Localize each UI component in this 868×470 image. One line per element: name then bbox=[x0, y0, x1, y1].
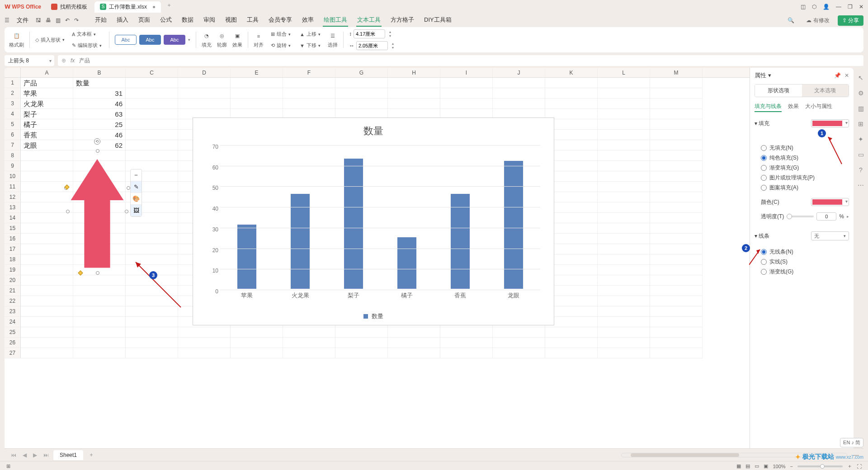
cell-L17[interactable] bbox=[598, 244, 650, 254]
cell-E1[interactable] bbox=[231, 78, 283, 88]
cell-L23[interactable] bbox=[598, 306, 650, 317]
cell-L26[interactable] bbox=[598, 338, 650, 348]
book-icon[interactable]: ▭ bbox=[856, 151, 865, 160]
cell-G25[interactable] bbox=[335, 327, 388, 338]
menu-公式[interactable]: 公式 bbox=[159, 14, 173, 27]
bar-橘子[interactable] bbox=[397, 237, 416, 289]
row-header-16[interactable]: 16 bbox=[5, 234, 21, 244]
col-header-J[interactable]: J bbox=[493, 68, 545, 77]
bar-chart[interactable]: 数量 010203040506070 苹果火龙果梨子橘子香蕉龙眼 数量 bbox=[193, 118, 554, 325]
new-tab-button[interactable]: ＋ bbox=[163, 1, 175, 13]
cloud-status[interactable]: ☁ 有修改 bbox=[802, 15, 834, 26]
formula-input[interactable]: ⊕ fx 产品 bbox=[58, 55, 863, 66]
cell-J2[interactable] bbox=[493, 88, 545, 99]
fill-option-4[interactable]: 图案填充(A) bbox=[761, 184, 849, 192]
col-header-K[interactable]: K bbox=[545, 68, 598, 77]
shape-styles[interactable]: Abc Abc Abc ▾ bbox=[115, 35, 190, 45]
status-icon[interactable]: ⊞ bbox=[6, 463, 10, 469]
zoom-out-icon[interactable]: − bbox=[790, 464, 793, 469]
cell-M7[interactable] bbox=[650, 140, 703, 150]
col-header-E[interactable]: E bbox=[231, 68, 283, 77]
bar-苹果[interactable] bbox=[237, 225, 256, 289]
fill-option-3[interactable]: 图片或纹理填充(P) bbox=[761, 174, 849, 182]
cell-G1[interactable] bbox=[335, 78, 388, 88]
cell-D2[interactable] bbox=[178, 88, 231, 99]
cell-L21[interactable] bbox=[598, 286, 650, 296]
selection-pane-button[interactable]: ☰选择 bbox=[328, 32, 338, 48]
cell-K1[interactable] bbox=[545, 78, 598, 88]
cell-A18[interactable] bbox=[21, 254, 73, 265]
minimize-icon[interactable]: — bbox=[836, 4, 841, 10]
menu-会员专享[interactable]: 会员专享 bbox=[268, 14, 293, 27]
print-icon[interactable]: 🖶 bbox=[46, 17, 51, 24]
subtab-size[interactable]: 大小与属性 bbox=[805, 103, 832, 112]
cell-I27[interactable] bbox=[440, 348, 493, 358]
cell-A19[interactable] bbox=[21, 265, 73, 275]
col-header-D[interactable]: D bbox=[178, 68, 231, 77]
view-page-icon[interactable]: ▤ bbox=[745, 463, 750, 469]
fill-button[interactable]: ◔填充 bbox=[202, 32, 212, 48]
zoom-value[interactable]: 100% bbox=[773, 464, 785, 469]
cell-M15[interactable] bbox=[650, 223, 703, 234]
cell-M25[interactable] bbox=[650, 327, 703, 338]
cell-L13[interactable] bbox=[598, 202, 650, 213]
cell-A1[interactable]: 产品 bbox=[21, 78, 73, 88]
row-header-17[interactable]: 17 bbox=[5, 244, 21, 254]
cell-A7[interactable]: 龙眼 bbox=[21, 140, 73, 150]
cell-B20[interactable] bbox=[73, 275, 126, 286]
app-icon[interactable]: ◫ bbox=[801, 4, 806, 10]
cell-L7[interactable] bbox=[598, 140, 650, 150]
bar-火龙果[interactable] bbox=[291, 194, 310, 289]
search-icon[interactable]: 🔍 bbox=[788, 17, 794, 24]
cell-L15[interactable] bbox=[598, 223, 650, 234]
cell-K2[interactable] bbox=[545, 88, 598, 99]
fill-color-swatch-top[interactable]: ▾ bbox=[811, 119, 849, 127]
cell-A21[interactable] bbox=[21, 286, 73, 296]
style-preset-1[interactable]: Abc bbox=[115, 35, 137, 45]
share-button[interactable]: ⇪ 分享 bbox=[838, 15, 863, 26]
cell-I26[interactable] bbox=[440, 338, 493, 348]
cell-M14[interactable] bbox=[650, 213, 703, 223]
row-header-18[interactable]: 18 bbox=[5, 254, 21, 265]
cell-L1[interactable] bbox=[598, 78, 650, 88]
spreadsheet-grid[interactable]: ABCDEFGHIJKLM 1产品数量2苹果313火龙果464梨子635橘子25… bbox=[5, 68, 750, 448]
cell-F26[interactable] bbox=[283, 338, 335, 348]
cell-M13[interactable] bbox=[650, 202, 703, 213]
style-preset-3[interactable]: Abc bbox=[164, 35, 185, 45]
row-header-10[interactable]: 10 bbox=[5, 171, 21, 182]
more-icon[interactable]: ⋯ bbox=[856, 182, 865, 191]
cell-A4[interactable]: 梨子 bbox=[21, 109, 73, 119]
cell-G26[interactable] bbox=[335, 338, 388, 348]
subtab-effects[interactable]: 效果 bbox=[788, 103, 799, 112]
cursor-icon[interactable]: ↖ bbox=[856, 74, 865, 83]
cell-L8[interactable] bbox=[598, 150, 650, 161]
bar-龙眼[interactable] bbox=[504, 161, 523, 289]
view-break-icon[interactable]: ▭ bbox=[755, 463, 759, 469]
col-header-A[interactable]: A bbox=[21, 68, 73, 77]
cell-L19[interactable] bbox=[598, 265, 650, 275]
menu-DIY工具箱[interactable]: DIY工具箱 bbox=[423, 14, 453, 27]
cell-H25[interactable] bbox=[388, 327, 440, 338]
col-header-G[interactable]: G bbox=[335, 68, 388, 77]
cell-C17[interactable] bbox=[126, 244, 178, 254]
cell-M17[interactable] bbox=[650, 244, 703, 254]
cell-A14[interactable] bbox=[21, 213, 73, 223]
cell-A17[interactable] bbox=[21, 244, 73, 254]
row-header-2[interactable]: 2 bbox=[5, 88, 21, 99]
subtab-fill-line[interactable]: 填充与线条 bbox=[755, 103, 782, 112]
cell-B2[interactable]: 31 bbox=[73, 88, 126, 99]
cell-C6[interactable] bbox=[126, 130, 178, 140]
cell-M10[interactable] bbox=[650, 171, 703, 182]
cell-A12[interactable] bbox=[21, 192, 73, 202]
last-sheet-icon[interactable]: ⏭ bbox=[42, 452, 51, 458]
cell-L27[interactable] bbox=[598, 348, 650, 358]
move-up-button[interactable]: ▲上移▾ bbox=[298, 30, 322, 38]
cell-M2[interactable] bbox=[650, 88, 703, 99]
cell-M19[interactable] bbox=[650, 265, 703, 275]
cell-M3[interactable] bbox=[650, 99, 703, 109]
align-button[interactable]: ≡对齐 bbox=[254, 32, 264, 48]
cell-L5[interactable] bbox=[598, 119, 650, 130]
select-all-corner[interactable] bbox=[5, 68, 21, 77]
cell-M11[interactable] bbox=[650, 182, 703, 192]
tab-workbook[interactable]: S 工作簿数量.xlsx ● bbox=[94, 1, 161, 13]
